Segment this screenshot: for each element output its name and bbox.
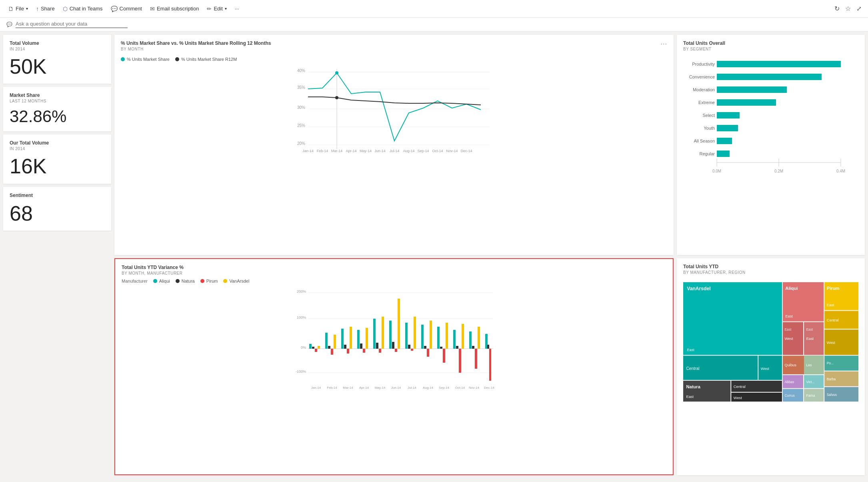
comment-label: Comment [120, 6, 142, 12]
file-menu[interactable]: 🗋 File ▾ [5, 4, 31, 14]
pirum-label: Pirum [206, 279, 218, 283]
svg-text:East: East [785, 314, 793, 318]
vanarsdel-label: VanArsdel [229, 279, 249, 283]
variance-legend-pirum: Pirum [200, 279, 218, 283]
svg-text:Quibus: Quibus [784, 363, 796, 367]
variance-legend-vanarsdel: VanArsdel [223, 279, 249, 283]
svg-text:Apr-14: Apr-14 [346, 149, 356, 153]
our-volume-card: Our Total Volume IN 2014 16K [3, 135, 111, 183]
edit-icon: ✏ [207, 6, 212, 12]
svg-text:Aug-14: Aug-14 [423, 386, 433, 390]
svg-rect-32 [717, 99, 776, 106]
svg-text:VanArsdel: VanArsdel [687, 286, 710, 291]
share-icon: ↑ [36, 6, 39, 12]
more-label: ··· [235, 6, 239, 12]
svg-rect-76 [389, 321, 392, 349]
svg-text:0.2M: 0.2M [774, 169, 783, 173]
svg-rect-56 [309, 344, 312, 349]
natura-dot [176, 279, 180, 283]
svg-rect-36 [717, 125, 738, 131]
chat-label: Chat in Teams [70, 6, 103, 12]
line-chart-more-button[interactable]: ··· [661, 40, 667, 48]
svg-text:35%: 35% [297, 85, 305, 90]
svg-text:Feb-14: Feb-14 [327, 386, 337, 390]
svg-point-11 [335, 71, 338, 74]
svg-rect-102 [489, 349, 491, 381]
bar-chart-title: Total Units Overall [683, 40, 858, 46]
line-chart-legend: % Units Market Share % Units Market Shar… [121, 57, 667, 62]
market-share-value: 32.86% [10, 107, 105, 126]
our-volume-value: 16K [10, 155, 105, 178]
legend-label-1: % Units Market Share [127, 57, 170, 62]
line-chart-svg: 40% 35% 30% 25% 20% Jan-14 Feb-14 Mar-14 [121, 65, 667, 153]
bookmark-icon[interactable]: ☆ [844, 3, 852, 14]
vanarsdel-dot [223, 279, 227, 283]
svg-text:East: East [686, 394, 694, 398]
chevron-down-icon: ▾ [225, 6, 227, 11]
legend-item-1: % Units Market Share [121, 57, 170, 62]
dashboard: Total Volume IN 2014 50K Market Share LA… [0, 32, 868, 478]
svg-rect-115 [683, 282, 782, 355]
svg-rect-80 [405, 323, 408, 349]
svg-text:Salvus: Salvus [827, 393, 837, 397]
legend-item-2: % Units Market Share R12M [175, 57, 237, 62]
bar-chart-card: Total Units Overall BY SEGMENT Productiv… [677, 35, 865, 255]
email-subscription-button[interactable]: ✉ Email subscription [147, 4, 202, 14]
svg-text:Nov-14: Nov-14 [446, 149, 458, 153]
treemap-title: Total Units YTD [683, 264, 858, 269]
svg-text:Dec-14: Dec-14 [484, 386, 494, 390]
sentiment-card: Sentiment 68 [3, 187, 111, 231]
svg-rect-93 [456, 346, 458, 349]
svg-text:East: East [806, 327, 813, 331]
svg-rect-38 [717, 138, 732, 144]
refresh-icon[interactable]: ↻ [833, 3, 841, 14]
chat-in-teams-button[interactable]: ⬡ Chat in Teams [60, 4, 106, 14]
comment-button[interactable]: 💬 Comment [108, 4, 145, 14]
share-button[interactable]: ↑ Share [33, 4, 58, 14]
total-volume-subtitle: IN 2014 [10, 47, 105, 51]
svg-rect-64 [341, 329, 344, 349]
svg-rect-67 [350, 327, 352, 349]
svg-rect-34 [717, 112, 740, 118]
svg-text:Natura: Natura [686, 384, 700, 389]
svg-rect-65 [344, 345, 346, 349]
variance-chart-title: Total Units YTD Variance % [122, 265, 666, 270]
question-input[interactable] [16, 21, 128, 28]
line-chart-header: % Units Market Share vs. % Units Market … [121, 40, 667, 54]
svg-rect-88 [437, 327, 440, 349]
svg-rect-62 [331, 349, 333, 355]
svg-text:Central: Central [686, 366, 699, 370]
svg-rect-77 [392, 342, 394, 349]
share-label: Share [41, 6, 55, 12]
chevron-down-icon: ▾ [26, 6, 28, 11]
svg-rect-96 [469, 331, 472, 349]
total-volume-card: Total Volume IN 2014 50K [3, 35, 111, 84]
sentiment-value: 68 [10, 202, 105, 225]
svg-rect-28 [717, 74, 822, 80]
svg-text:Sep-14: Sep-14 [417, 149, 429, 153]
file-label: File [16, 6, 24, 12]
line-chart-card: % Units Market Share vs. % Units Market … [114, 35, 674, 255]
svg-rect-78 [395, 349, 397, 352]
svg-rect-61 [328, 346, 330, 349]
svg-text:Barba: Barba [827, 377, 836, 381]
svg-text:Po...: Po... [827, 361, 834, 365]
svg-text:East: East [784, 327, 791, 331]
svg-text:40%: 40% [297, 68, 305, 73]
svg-text:East: East [827, 303, 834, 307]
svg-text:May-14: May-14 [360, 149, 372, 153]
svg-text:Select: Select [702, 113, 715, 118]
svg-rect-74 [379, 349, 381, 353]
svg-rect-98 [475, 349, 477, 369]
svg-text:0%: 0% [301, 345, 306, 349]
svg-text:Extreme: Extreme [698, 100, 715, 105]
svg-text:Jul-14: Jul-14 [390, 149, 400, 153]
edit-button[interactable]: ✏ Edit ▾ [204, 4, 230, 14]
svg-rect-95 [462, 324, 464, 349]
more-options-button[interactable]: ··· [232, 4, 242, 13]
svg-rect-91 [446, 323, 448, 349]
svg-rect-73 [376, 343, 378, 349]
svg-rect-60 [325, 333, 328, 349]
fullscreen-icon[interactable]: ⤢ [855, 3, 863, 14]
svg-rect-68 [357, 330, 360, 349]
